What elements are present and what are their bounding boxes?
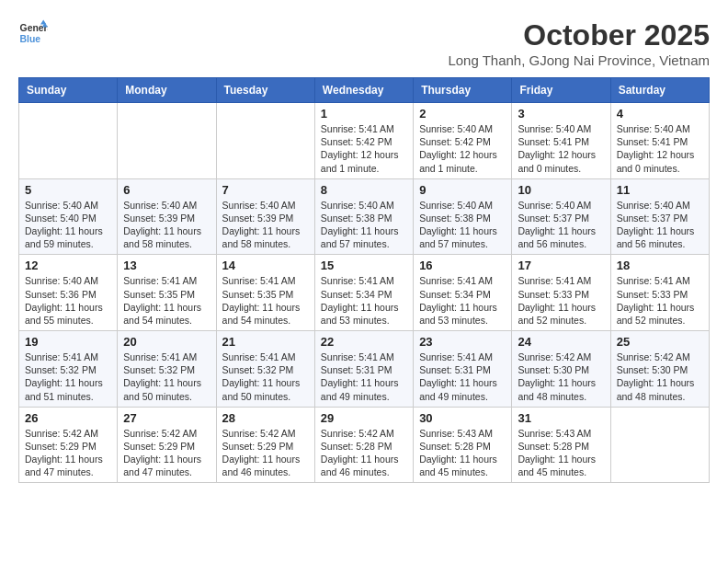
calendar-cell: 29Sunrise: 5:42 AM Sunset: 5:28 PM Dayli… (314, 407, 413, 483)
calendar-cell: 31Sunrise: 5:43 AM Sunset: 5:28 PM Dayli… (512, 407, 610, 483)
day-number: 16 (419, 259, 506, 272)
page-header: General Blue October 2025 Long Thanh, GJ… (18, 18, 710, 68)
day-number: 7 (222, 183, 309, 197)
day-detail: Sunrise: 5:41 AM Sunset: 5:32 PM Dayligh… (123, 350, 210, 403)
calendar-cell: 27Sunrise: 5:42 AM Sunset: 5:29 PM Dayli… (118, 407, 216, 483)
day-header-monday: Monday (118, 78, 216, 103)
day-header-friday: Friday (512, 78, 610, 103)
title-block: October 2025 Long Thanh, GJong Nai Provi… (448, 18, 710, 68)
day-number: 28 (222, 411, 309, 425)
calendar-cell: 14Sunrise: 5:41 AM Sunset: 5:35 PM Dayli… (216, 255, 314, 331)
calendar-week-row: 12Sunrise: 5:40 AM Sunset: 5:36 PM Dayli… (19, 255, 710, 331)
day-detail: Sunrise: 5:42 AM Sunset: 5:30 PM Dayligh… (617, 350, 703, 403)
day-number: 9 (419, 183, 506, 197)
calendar-cell: 22Sunrise: 5:41 AM Sunset: 5:31 PM Dayli… (314, 331, 413, 408)
calendar-cell (118, 103, 216, 179)
svg-text:Blue: Blue (20, 34, 41, 44)
logo-icon: General Blue (18, 18, 48, 48)
day-detail: Sunrise: 5:42 AM Sunset: 5:29 PM Dayligh… (123, 427, 210, 479)
location: Long Thanh, GJong Nai Province, Vietnam (448, 52, 710, 68)
day-number: 12 (25, 259, 111, 272)
day-detail: Sunrise: 5:41 AM Sunset: 5:35 PM Dayligh… (222, 274, 309, 327)
calendar-cell: 5Sunrise: 5:40 AM Sunset: 5:40 PM Daylig… (19, 178, 118, 255)
calendar-cell (216, 103, 314, 179)
day-detail: Sunrise: 5:40 AM Sunset: 5:42 PM Dayligh… (419, 122, 506, 175)
calendar-week-row: 26Sunrise: 5:42 AM Sunset: 5:29 PM Dayli… (19, 407, 710, 483)
day-detail: Sunrise: 5:42 AM Sunset: 5:29 PM Dayligh… (25, 427, 111, 479)
calendar-cell: 1Sunrise: 5:41 AM Sunset: 5:42 PM Daylig… (314, 103, 413, 179)
day-detail: Sunrise: 5:41 AM Sunset: 5:31 PM Dayligh… (321, 350, 407, 403)
day-detail: Sunrise: 5:40 AM Sunset: 5:38 PM Dayligh… (419, 199, 506, 251)
day-number: 31 (518, 411, 604, 425)
day-number: 15 (321, 259, 407, 272)
day-detail: Sunrise: 5:40 AM Sunset: 5:41 PM Dayligh… (518, 122, 604, 175)
day-number: 22 (321, 335, 407, 349)
day-header-sunday: Sunday (19, 78, 118, 103)
calendar-week-row: 5Sunrise: 5:40 AM Sunset: 5:40 PM Daylig… (19, 178, 710, 255)
day-detail: Sunrise: 5:41 AM Sunset: 5:33 PM Dayligh… (518, 274, 604, 327)
day-number: 4 (617, 107, 703, 121)
calendar-cell: 10Sunrise: 5:40 AM Sunset: 5:37 PM Dayli… (512, 178, 610, 255)
day-detail: Sunrise: 5:41 AM Sunset: 5:32 PM Dayligh… (25, 350, 111, 403)
day-detail: Sunrise: 5:41 AM Sunset: 5:42 PM Dayligh… (321, 122, 407, 175)
day-number: 13 (123, 259, 210, 272)
day-detail: Sunrise: 5:40 AM Sunset: 5:37 PM Dayligh… (617, 199, 703, 251)
day-number: 10 (518, 183, 604, 197)
day-number: 3 (518, 107, 604, 121)
day-detail: Sunrise: 5:41 AM Sunset: 5:34 PM Dayligh… (321, 274, 407, 327)
day-detail: Sunrise: 5:42 AM Sunset: 5:30 PM Dayligh… (518, 350, 604, 403)
calendar-cell: 26Sunrise: 5:42 AM Sunset: 5:29 PM Dayli… (19, 407, 118, 483)
calendar-cell: 8Sunrise: 5:40 AM Sunset: 5:38 PM Daylig… (314, 178, 413, 255)
calendar-cell: 19Sunrise: 5:41 AM Sunset: 5:32 PM Dayli… (19, 331, 118, 408)
day-detail: Sunrise: 5:43 AM Sunset: 5:28 PM Dayligh… (419, 427, 506, 479)
day-detail: Sunrise: 5:41 AM Sunset: 5:32 PM Dayligh… (222, 350, 309, 403)
day-number: 29 (321, 411, 407, 425)
day-detail: Sunrise: 5:42 AM Sunset: 5:28 PM Dayligh… (321, 427, 407, 479)
calendar-cell: 28Sunrise: 5:42 AM Sunset: 5:29 PM Dayli… (216, 407, 314, 483)
calendar-cell: 16Sunrise: 5:41 AM Sunset: 5:34 PM Dayli… (414, 255, 512, 331)
day-number: 14 (222, 259, 309, 272)
day-number: 26 (25, 411, 111, 425)
day-detail: Sunrise: 5:40 AM Sunset: 5:41 PM Dayligh… (617, 122, 703, 175)
calendar-cell (19, 103, 118, 179)
day-number: 20 (123, 335, 210, 349)
day-detail: Sunrise: 5:41 AM Sunset: 5:35 PM Dayligh… (123, 274, 210, 327)
day-header-wednesday: Wednesday (314, 78, 413, 103)
day-header-saturday: Saturday (610, 78, 709, 103)
day-detail: Sunrise: 5:40 AM Sunset: 5:37 PM Dayligh… (518, 199, 604, 251)
svg-marker-2 (40, 20, 46, 25)
calendar-cell: 4Sunrise: 5:40 AM Sunset: 5:41 PM Daylig… (610, 103, 709, 179)
calendar-cell: 17Sunrise: 5:41 AM Sunset: 5:33 PM Dayli… (512, 255, 610, 331)
logo: General Blue (18, 18, 48, 48)
calendar-cell: 2Sunrise: 5:40 AM Sunset: 5:42 PM Daylig… (414, 103, 512, 179)
day-number: 6 (123, 183, 210, 197)
calendar-cell: 12Sunrise: 5:40 AM Sunset: 5:36 PM Dayli… (19, 255, 118, 331)
calendar-cell: 9Sunrise: 5:40 AM Sunset: 5:38 PM Daylig… (414, 178, 512, 255)
calendar-cell: 30Sunrise: 5:43 AM Sunset: 5:28 PM Dayli… (414, 407, 512, 483)
calendar-cell: 23Sunrise: 5:41 AM Sunset: 5:31 PM Dayli… (414, 331, 512, 408)
day-number: 27 (123, 411, 210, 425)
day-detail: Sunrise: 5:40 AM Sunset: 5:40 PM Dayligh… (25, 199, 111, 251)
calendar-cell: 11Sunrise: 5:40 AM Sunset: 5:37 PM Dayli… (610, 178, 709, 255)
calendar-cell: 18Sunrise: 5:41 AM Sunset: 5:33 PM Dayli… (610, 255, 709, 331)
calendar-table: SundayMondayTuesdayWednesdayThursdayFrid… (18, 77, 710, 483)
day-number: 21 (222, 335, 309, 349)
calendar-cell: 15Sunrise: 5:41 AM Sunset: 5:34 PM Dayli… (314, 255, 413, 331)
day-number: 2 (419, 107, 506, 121)
calendar-cell: 24Sunrise: 5:42 AM Sunset: 5:30 PM Dayli… (512, 331, 610, 408)
day-detail: Sunrise: 5:40 AM Sunset: 5:39 PM Dayligh… (123, 199, 210, 251)
day-detail: Sunrise: 5:41 AM Sunset: 5:31 PM Dayligh… (419, 350, 506, 403)
day-number: 17 (518, 259, 604, 272)
days-header-row: SundayMondayTuesdayWednesdayThursdayFrid… (19, 78, 710, 103)
month-title: October 2025 (448, 18, 710, 52)
day-header-tuesday: Tuesday (216, 78, 314, 103)
day-number: 19 (25, 335, 111, 349)
calendar-week-row: 1Sunrise: 5:41 AM Sunset: 5:42 PM Daylig… (19, 103, 710, 179)
day-detail: Sunrise: 5:43 AM Sunset: 5:28 PM Dayligh… (518, 427, 604, 479)
calendar-cell: 13Sunrise: 5:41 AM Sunset: 5:35 PM Dayli… (118, 255, 216, 331)
day-detail: Sunrise: 5:41 AM Sunset: 5:33 PM Dayligh… (617, 274, 703, 327)
calendar-cell: 7Sunrise: 5:40 AM Sunset: 5:39 PM Daylig… (216, 178, 314, 255)
day-number: 25 (617, 335, 703, 349)
day-header-thursday: Thursday (414, 78, 512, 103)
calendar-week-row: 19Sunrise: 5:41 AM Sunset: 5:32 PM Dayli… (19, 331, 710, 408)
